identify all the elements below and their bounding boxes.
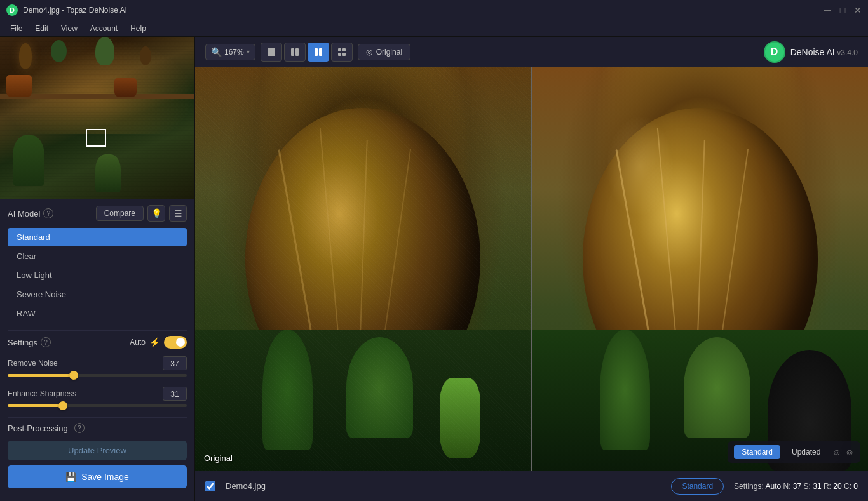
svg-rect-4 <box>295 48 299 56</box>
updated-comparison-label[interactable]: Updated <box>784 445 828 459</box>
comparison-labels: Standard Updated ☺ ☺ <box>728 441 860 463</box>
quad-view-button[interactable] <box>331 43 353 62</box>
svg-rect-10 <box>342 53 346 56</box>
save-icon: 💾 <box>65 472 76 482</box>
titlebar-left: D Demo4.jpg - Topaz DeNoise AI <box>6 4 127 16</box>
svg-rect-7 <box>338 48 341 51</box>
list-view-icon-button[interactable]: ☰ <box>169 205 187 222</box>
maximize-button[interactable]: □ <box>839 6 846 14</box>
ai-model-label: AI Model <box>8 209 40 218</box>
single-view-button[interactable] <box>261 43 282 62</box>
menu-account[interactable]: Account <box>85 22 123 35</box>
ai-model-label-group: AI Model ? <box>8 208 53 218</box>
auto-toggle[interactable] <box>164 336 187 349</box>
bulb-icon-button[interactable]: 💡 <box>147 205 165 222</box>
model-item-clear[interactable]: Clear <box>8 247 187 265</box>
remove-noise-value[interactable]: 37 <box>163 356 187 370</box>
enhance-sharpness-value[interactable]: 31 <box>163 387 187 401</box>
settings-auto-group: Auto ⚡ <box>130 336 187 349</box>
enhance-sharpness-label-row: Enhance Sharpness 31 <box>8 387 187 401</box>
titlebar: D Demo4.jpg - Topaz DeNoise AI — □ ✕ <box>0 0 868 20</box>
thumbnail-area <box>0 37 194 199</box>
toolbar-left: 🔍 167% ▾ <box>205 43 410 62</box>
thumbnail-image <box>0 37 194 199</box>
left-panel: AI Model ? Compare 💡 ☰ Standard Clear Lo… <box>0 37 195 501</box>
settings-info-n-label-text: N: <box>783 482 790 491</box>
settings-info-s-label-text: S: <box>804 482 811 491</box>
compare-button[interactable]: Compare <box>96 206 144 221</box>
split-vertical-button[interactable] <box>284 43 306 62</box>
settings-info-c-label-text: C: <box>844 482 851 491</box>
model-item-raw[interactable]: RAW <box>8 304 187 323</box>
svg-rect-9 <box>338 53 341 56</box>
enhance-sharpness-track[interactable] <box>8 404 187 407</box>
original-image <box>195 67 531 471</box>
window-title: Demo4.jpg - Topaz DeNoise AI <box>23 6 127 15</box>
split-horizontal-button[interactable] <box>308 43 329 62</box>
zoom-dropdown-icon: ▾ <box>247 48 250 55</box>
app-name-group: DeNoise AI v3.4.0 <box>790 47 858 57</box>
processed-image-panel: Standard Updated ☺ ☺ <box>532 67 868 471</box>
settings-info-value: Auto <box>765 482 781 491</box>
ai-model-list: Standard Clear Low Light Severe Noise RA… <box>8 228 187 323</box>
right-panel: 🔍 167% ▾ <box>195 37 868 501</box>
file-name: Demo4.jpg <box>226 481 266 491</box>
remove-noise-track[interactable] <box>8 374 187 377</box>
view-toolbar: 🔍 167% ▾ <box>195 37 868 67</box>
model-badge[interactable]: Standard <box>671 478 724 495</box>
settings-info-c-value: 0 <box>853 482 858 491</box>
post-processing-label: Post-Processing <box>8 424 68 433</box>
save-image-button[interactable]: 💾 Save Image <box>8 465 187 488</box>
menubar: File Edit View Account Help <box>0 20 868 37</box>
bottom-status-bar: Demo4.jpg Standard Settings: Auto N: 37 … <box>195 471 868 501</box>
model-item-standard[interactable]: Standard <box>8 228 187 246</box>
settings-label: Settings <box>8 338 37 347</box>
svg-rect-8 <box>342 48 346 51</box>
app-name: DeNoise AI <box>790 47 835 57</box>
ai-model-controls: Compare 💡 ☰ <box>96 205 187 222</box>
menu-view[interactable]: View <box>56 22 83 35</box>
minimize-button[interactable]: — <box>824 6 831 14</box>
model-item-severe-noise[interactable]: Severe Noise <box>8 285 187 304</box>
menu-help[interactable]: Help <box>125 22 151 35</box>
remove-noise-label-row: Remove Noise 37 <box>8 356 187 370</box>
settings-info-r-value: 20 <box>833 482 841 491</box>
settings-section-header: Settings ? Auto ⚡ <box>8 336 187 349</box>
svg-rect-3 <box>291 48 294 56</box>
enhance-sharpness-label: Enhance Sharpness <box>8 389 76 398</box>
settings-info-n-value: 37 <box>793 482 801 491</box>
post-processing-help-icon[interactable]: ? <box>74 423 85 433</box>
enhance-sharpness-thumb[interactable] <box>58 401 67 410</box>
original-image-panel: Original <box>195 67 531 471</box>
svg-rect-5 <box>315 48 318 56</box>
zoom-control[interactable]: 🔍 167% ▾ <box>205 44 255 60</box>
auto-label: Auto <box>130 338 146 347</box>
remove-noise-thumb[interactable] <box>69 371 78 380</box>
toolbar-right: D DeNoise AI v3.4.0 <box>764 41 858 63</box>
settings-info: Settings: Auto N: 37 S: 31 R: 20 C: 0 <box>734 482 858 491</box>
processed-canvas: Standard Updated ☺ ☺ <box>532 67 868 471</box>
window-controls[interactable]: — □ ✕ <box>824 6 862 14</box>
compare-icon-2[interactable]: ☺ <box>845 447 854 457</box>
settings-info-s-value: 31 <box>813 482 821 491</box>
settings-info-r-label-text: R: <box>824 482 831 491</box>
compare-icon-1[interactable]: ☺ <box>832 447 841 457</box>
original-view-button[interactable]: ◎ Original <box>358 44 410 60</box>
file-checkbox[interactable] <box>205 481 215 491</box>
model-item-low-light[interactable]: Low Light <box>8 266 187 284</box>
svg-rect-6 <box>319 48 322 56</box>
update-preview-button[interactable]: Update Preview <box>8 441 187 460</box>
lightning-icon: ⚡ <box>149 337 160 347</box>
app-version: v3.4.0 <box>837 48 858 57</box>
settings-help-icon[interactable]: ? <box>41 337 51 347</box>
standard-comparison-label[interactable]: Standard <box>734 445 780 459</box>
split-divider[interactable] <box>531 67 532 471</box>
remove-noise-fill <box>8 374 74 377</box>
app-logo-icon: D <box>6 4 18 16</box>
menu-edit[interactable]: Edit <box>30 22 53 35</box>
ai-model-help-icon[interactable]: ? <box>43 208 53 218</box>
close-button[interactable]: ✕ <box>854 6 862 14</box>
settings-info-label: Settings: <box>734 482 764 491</box>
menu-file[interactable]: File <box>5 22 27 35</box>
remove-noise-slider-row: Remove Noise 37 <box>8 356 187 377</box>
